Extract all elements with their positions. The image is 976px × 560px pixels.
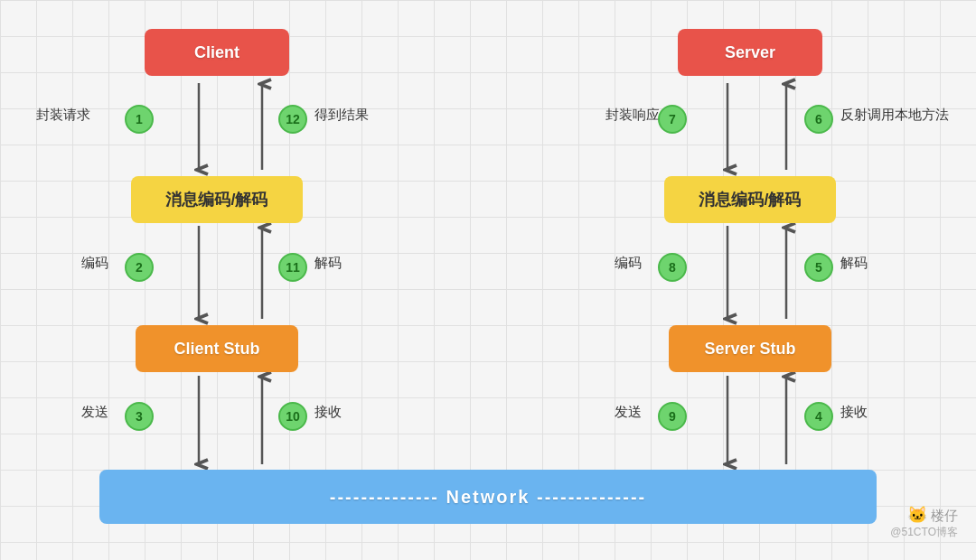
label-step11: 解码 bbox=[314, 255, 342, 272]
encode-server-box: 消息编码/解码 bbox=[664, 176, 836, 223]
circle-6: 6 bbox=[804, 105, 833, 134]
label-step7: 封装响应 bbox=[605, 107, 660, 124]
label-step6: 反射调用本地方法 bbox=[840, 107, 949, 124]
circle-12: 12 bbox=[278, 105, 307, 134]
circle-10: 10 bbox=[278, 402, 307, 431]
client-stub-box: Client Stub bbox=[136, 325, 298, 372]
label-step8: 编码 bbox=[615, 255, 642, 272]
server-label: Server bbox=[725, 43, 775, 62]
client-stub-label: Client Stub bbox=[174, 340, 260, 359]
circle-2: 2 bbox=[125, 253, 154, 282]
circle-5: 5 bbox=[804, 253, 833, 282]
label-step5: 解码 bbox=[840, 255, 868, 272]
circle-4: 4 bbox=[804, 402, 833, 431]
circle-8: 8 bbox=[658, 253, 687, 282]
circle-9: 9 bbox=[658, 402, 687, 431]
circle-1: 1 bbox=[125, 105, 154, 134]
label-step1: 封装请求 bbox=[36, 107, 90, 124]
watermark: 🐱 楼仔 @51CTO博客 bbox=[890, 505, 958, 540]
encode-server-label: 消息编码/解码 bbox=[699, 189, 801, 210]
encode-client-box: 消息编码/解码 bbox=[131, 176, 303, 223]
label-step2: 编码 bbox=[81, 255, 108, 272]
label-step12: 得到结果 bbox=[314, 107, 369, 124]
client-box: Client bbox=[145, 29, 289, 76]
server-stub-label: Server Stub bbox=[704, 340, 795, 359]
network-box: -------------- Network -------------- bbox=[99, 470, 877, 524]
watermark-icon: 🐱 bbox=[907, 506, 927, 524]
server-stub-box: Server Stub bbox=[669, 325, 831, 372]
server-box: Server bbox=[678, 29, 822, 76]
circle-7: 7 bbox=[658, 105, 687, 134]
circle-11: 11 bbox=[278, 253, 307, 282]
watermark-name: 楼仔 bbox=[931, 508, 958, 523]
circle-3: 3 bbox=[125, 402, 154, 431]
client-label: Client bbox=[194, 43, 239, 62]
label-step4: 接收 bbox=[840, 404, 868, 421]
encode-client-label: 消息编码/解码 bbox=[165, 189, 267, 210]
network-label: -------------- Network -------------- bbox=[330, 487, 647, 508]
label-step9: 发送 bbox=[615, 404, 642, 421]
watermark-site: @51CTO博客 bbox=[890, 525, 958, 540]
label-step10: 接收 bbox=[314, 404, 342, 421]
label-step3: 发送 bbox=[81, 404, 108, 421]
